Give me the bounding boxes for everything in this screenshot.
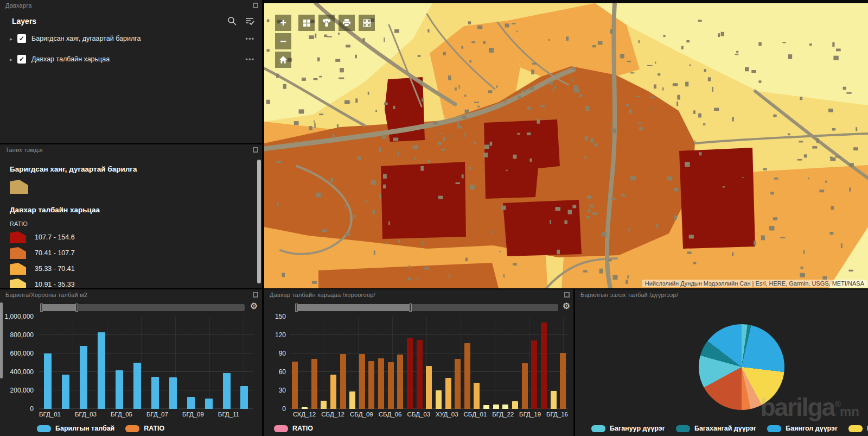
- slider-handle-left[interactable]: [40, 304, 43, 312]
- legend-scrollbar[interactable]: [257, 160, 261, 283]
- bar[interactable]: [116, 370, 123, 409]
- bar[interactable]: [62, 375, 69, 409]
- legend-section-heading: Давхар талбайн харьцаа: [10, 206, 253, 214]
- bar[interactable]: [349, 391, 355, 409]
- bar[interactable]: [359, 354, 365, 409]
- bar[interactable]: [397, 355, 403, 409]
- chart-settings-gear-icon[interactable]: ⚙: [563, 302, 570, 311]
- legend-panel-header: Таних тэмдэг: [0, 144, 262, 155]
- bar[interactable]: [80, 346, 87, 409]
- bar[interactable]: [98, 332, 105, 409]
- share-button[interactable]: [318, 15, 335, 31]
- bar[interactable]: [240, 386, 248, 409]
- bar[interactable]: [512, 401, 518, 409]
- legend-item: RATIO: [125, 425, 164, 432]
- layers-panel-header: Давхарга: [0, 0, 262, 11]
- bar[interactable]: [368, 361, 374, 409]
- apps-button[interactable]: [359, 15, 375, 31]
- basemap-button[interactable]: [298, 15, 315, 31]
- bar[interactable]: [169, 377, 177, 409]
- bar-chart-panel-floor-ratio: Давхар талбайн харьцаа /хороогоор/ ⚙ 150…: [264, 289, 573, 436]
- layer-checkbox[interactable]: ✓: [17, 34, 26, 43]
- category-range-slider[interactable]: [296, 304, 558, 311]
- slider-handle-right[interactable]: [409, 304, 412, 312]
- legend-panel-title: Таних тэмдэг: [5, 147, 43, 153]
- layers-panel-title: Давхарга: [5, 2, 32, 9]
- layer-checkbox[interactable]: ✓: [17, 55, 26, 64]
- home-button[interactable]: [275, 52, 291, 68]
- expand-icon[interactable]: [253, 147, 258, 153]
- bar[interactable]: [378, 358, 384, 409]
- map-view[interactable]: + −: [264, 0, 868, 288]
- layers-heading: Layers: [12, 17, 220, 26]
- layers-panel: Давхарга Layers ▸ ✓ Баригдсан хаяг, дуга…: [0, 0, 262, 143]
- bar[interactable]: [407, 338, 413, 409]
- home-icon: [279, 55, 288, 64]
- legend-swatch: [274, 425, 288, 432]
- bar[interactable]: [151, 377, 159, 409]
- bar[interactable]: [321, 401, 327, 409]
- bar[interactable]: [522, 363, 528, 409]
- legend-label: RATIO: [292, 425, 313, 432]
- bar[interactable]: [474, 383, 480, 409]
- bar[interactable]: [417, 340, 423, 409]
- bar[interactable]: [426, 366, 432, 409]
- bar[interactable]: [436, 390, 442, 409]
- bar[interactable]: [455, 359, 461, 409]
- bar[interactable]: [445, 378, 451, 409]
- chevron-right-icon[interactable]: ▸: [10, 56, 17, 62]
- zoom-out-button[interactable]: −: [275, 33, 291, 49]
- chevron-right-icon[interactable]: ▸: [10, 36, 17, 42]
- bar[interactable]: [223, 373, 231, 409]
- search-icon[interactable]: [227, 16, 237, 26]
- layer-menu-icon[interactable]: •••: [245, 35, 254, 43]
- expand-icon[interactable]: [253, 3, 258, 8]
- bar[interactable]: [541, 323, 547, 409]
- bar[interactable]: [531, 340, 537, 409]
- x-axis-labels: СХД_12СБД_12СБД_09СБД_06СБД_03ХУД_03СБД_…: [290, 411, 568, 420]
- bar[interactable]: [44, 353, 52, 409]
- bar[interactable]: [560, 353, 566, 409]
- legend-label: RATIO: [144, 425, 164, 432]
- bar[interactable]: [388, 362, 394, 409]
- zoom-in-button[interactable]: +: [275, 15, 291, 31]
- slider-handle-right[interactable]: [75, 304, 78, 312]
- legend-swatch: [848, 425, 863, 432]
- category-range-slider[interactable]: [41, 304, 245, 311]
- filter-icon[interactable]: [245, 16, 254, 26]
- bar[interactable]: [302, 407, 308, 409]
- bar[interactable]: [292, 362, 298, 409]
- layer-row[interactable]: ▸ ✓ Баригдсан хаяг, дугаартай барилга ••…: [0, 28, 262, 49]
- slider-handle-left[interactable]: [295, 304, 298, 312]
- legend-class-label: 10.91 - 35.33: [35, 281, 75, 288]
- legend-label: Барилгын талбай: [55, 425, 114, 432]
- bar[interactable]: [483, 405, 489, 409]
- bar[interactable]: [464, 343, 470, 409]
- bar[interactable]: [551, 391, 557, 409]
- bar[interactable]: [330, 375, 336, 409]
- legend-label: Баянгол дүүрэг: [786, 425, 838, 432]
- chart-panel-header: Давхар талбайн харьцаа /хороогоор/: [264, 289, 573, 300]
- bar[interactable]: [205, 399, 213, 409]
- x-tick-label: СБД_12: [321, 411, 344, 420]
- legend-item: RATIO: [274, 425, 313, 432]
- bar[interactable]: [493, 405, 499, 409]
- x-tick-label: БГД_11: [218, 411, 239, 420]
- expand-icon[interactable]: [564, 292, 570, 298]
- layer-menu-icon[interactable]: •••: [245, 55, 254, 64]
- y-tick-label: 800,000: [10, 331, 34, 339]
- x-axis-labels: БГД_01БГД_03БГД_05БГД_07БГД_09БГД_11: [39, 411, 253, 420]
- bar[interactable]: [311, 359, 317, 409]
- print-button[interactable]: [339, 15, 355, 31]
- bar[interactable]: [187, 397, 195, 409]
- x-tick-label: [168, 411, 182, 420]
- expand-icon[interactable]: [253, 292, 258, 298]
- bar[interactable]: [133, 363, 141, 409]
- bar[interactable]: [502, 405, 508, 409]
- bar[interactable]: [340, 354, 346, 409]
- legend-class-row: 10.91 - 35.33: [10, 279, 253, 288]
- layer-row[interactable]: ▸ ✓ Давхар талбайн харьцаа •••: [0, 49, 262, 69]
- y-tick-label: 1,000,000: [5, 313, 34, 320]
- x-tick-label: СХД_12: [293, 411, 316, 420]
- chart-settings-gear-icon[interactable]: ⚙: [250, 302, 258, 311]
